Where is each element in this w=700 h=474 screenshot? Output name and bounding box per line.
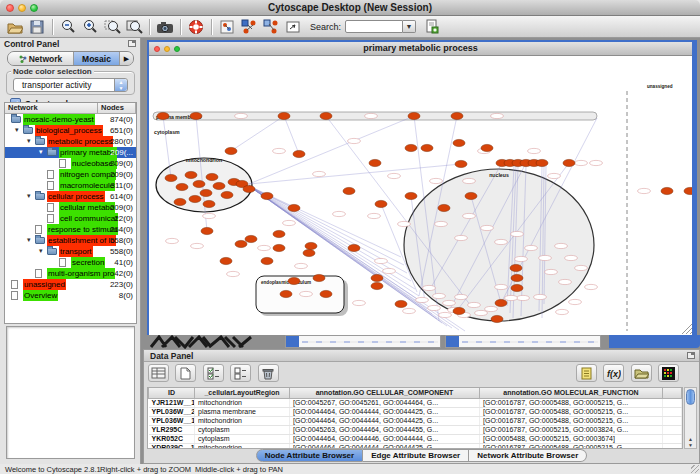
network-node[interactable] [165, 174, 177, 181]
table-vertical-scrollbar[interactable]: ▲▼ [684, 387, 697, 449]
network-node[interactable] [320, 112, 332, 119]
tree-row[interactable]: macromolecule311(0) [5, 180, 136, 191]
network-node[interactable] [245, 235, 257, 242]
tree-row[interactable]: nitrogen compo209(0) [5, 169, 136, 180]
network-edge[interactable] [284, 116, 299, 154]
network-node[interactable] [203, 200, 215, 207]
tree-row[interactable]: Overview8(0) [5, 290, 136, 301]
network-node[interactable] [438, 204, 450, 211]
tree-row[interactable]: multi-organism pro42(0) [5, 268, 136, 279]
network-node[interactable] [280, 290, 292, 297]
table-cell[interactable]: [GO:0044464, GO:0044444, GO:0044425, G..… [290, 416, 480, 425]
network-node[interactable] [491, 315, 503, 322]
network-edge[interactable] [231, 116, 284, 151]
canvas-resize-grip[interactable] [682, 324, 692, 334]
network-node[interactable] [221, 191, 233, 198]
table-row[interactable]: YPL036W__2plasma membrane[GO:0044464, GO… [149, 407, 682, 416]
network-node[interactable] [190, 112, 202, 119]
network-node[interactable] [369, 159, 381, 166]
tree-row[interactable]: ▾primary metabo209(... [5, 147, 136, 158]
network-node[interactable] [511, 274, 523, 281]
network-node[interactable] [455, 160, 467, 167]
network-node[interactable] [213, 182, 225, 189]
network-node[interactable] [661, 187, 673, 194]
network-node[interactable] [293, 150, 305, 157]
delete-attribute-icon[interactable] [258, 364, 279, 382]
table-cell[interactable]: cytoplasm [195, 434, 290, 443]
network-node[interactable] [185, 171, 197, 178]
tree-row[interactable]: secretion41(0) [5, 257, 136, 268]
network-node[interactable] [303, 249, 315, 256]
network-node[interactable] [495, 299, 507, 306]
tree-row[interactable]: unassigned223(0) [5, 279, 136, 290]
table-cell[interactable]: mitochondrion [195, 398, 290, 407]
network-node[interactable] [206, 173, 218, 180]
network-node[interactable] [320, 290, 332, 297]
table-cell[interactable]: [GO:0044464, GO:0044446, GO:0044444, G..… [290, 434, 480, 443]
tab-mosaic[interactable]: Mosaic [74, 52, 120, 65]
network-node[interactable] [481, 144, 493, 151]
table-cell[interactable]: YLR295C [149, 425, 195, 434]
zoom-selected-icon[interactable] [102, 18, 122, 36]
network-node[interactable] [684, 187, 692, 194]
tree-row[interactable]: ▾biological_process651(0) [5, 125, 136, 136]
zoom-out-icon[interactable] [58, 18, 78, 36]
table-cell[interactable]: [GO:0045267, GO:0045261, GO:0044464, G..… [290, 398, 480, 407]
unselect-attributes-icon[interactable] [230, 364, 251, 382]
network-node[interactable] [235, 240, 247, 247]
network-node[interactable] [174, 198, 186, 205]
network-node[interactable] [220, 257, 232, 264]
snapshot-icon[interactable] [155, 18, 175, 36]
network-node[interactable] [273, 244, 285, 251]
table-cell[interactable]: mitochondrion [195, 416, 290, 425]
tree-row[interactable]: cell communicat22(0) [5, 213, 136, 224]
new-attribute-icon[interactable] [175, 364, 196, 382]
table-column-header[interactable]: _cellularLayoutRegion [195, 388, 290, 398]
table-cell[interactable]: [GO:0044464, GO:0044444, GO:0044425, G..… [290, 407, 480, 416]
network-node[interactable] [405, 144, 417, 151]
scrollbar-arrows[interactable]: ▲▼ [685, 436, 696, 448]
network-node[interactable] [510, 264, 522, 271]
app-resize-grip[interactable] [691, 465, 699, 473]
node-color-select[interactable]: transporter activity ▲▼ [13, 78, 128, 92]
network-node[interactable] [375, 200, 387, 207]
table-cell[interactable]: YJR121W__1 [149, 398, 195, 407]
background-window[interactable] [285, 335, 441, 348]
heatmap-icon[interactable] [658, 364, 679, 382]
tab-network[interactable]: Network [8, 52, 74, 65]
network-node[interactable] [273, 230, 285, 237]
network-node[interactable] [261, 257, 273, 264]
network-node[interactable] [200, 189, 212, 196]
network-overview-navigator[interactable] [6, 326, 135, 459]
network-node[interactable] [243, 185, 255, 192]
float-panel-icon[interactable] [128, 40, 136, 47]
network-node[interactable] [343, 187, 355, 194]
network-node[interactable] [288, 204, 300, 211]
table-row[interactable]: YJR121W__1mitochondrion[GO:0045267, GO:0… [149, 398, 682, 407]
tree-row[interactable]: cellular metabo209(0) [5, 202, 136, 213]
tree-expand-icon[interactable]: ▾ [27, 135, 31, 146]
network-node[interactable] [305, 242, 317, 249]
tree-expand-icon[interactable]: ▾ [27, 190, 31, 201]
table-cell[interactable]: YPL036W__2 [149, 407, 195, 416]
save-icon[interactable] [27, 18, 47, 36]
tree-row[interactable]: ▾metabolic process280(0) [5, 136, 136, 147]
network-node[interactable] [395, 300, 407, 307]
tree-row[interactable]: ▾establishment of lo558(0) [5, 235, 136, 246]
network-node[interactable] [563, 159, 575, 166]
plugin-manager-icon[interactable] [422, 18, 442, 36]
network-node[interactable] [453, 139, 465, 146]
network-node[interactable] [511, 284, 523, 291]
table-cell[interactable]: [GO:0016787, GO:0005488, GO:0005215, G..… [480, 416, 663, 425]
manual-layout-icon[interactable] [283, 18, 303, 36]
network-node[interactable] [278, 112, 290, 119]
tree-row[interactable]: ▾cellular process614(0) [5, 191, 136, 202]
annotation-edge-icon[interactable] [261, 18, 281, 36]
network-node[interactable] [189, 195, 201, 202]
network-node[interactable] [288, 277, 300, 284]
table-column-header[interactable]: annotation.GO CELLULAR_COMPONENT [290, 388, 480, 398]
attribute-table-icon[interactable] [148, 364, 169, 382]
network-node[interactable] [421, 144, 433, 151]
tab-node-attribute-browser[interactable]: Node Attribute Browser [256, 449, 364, 462]
table-column-header[interactable]: ID [149, 388, 195, 398]
